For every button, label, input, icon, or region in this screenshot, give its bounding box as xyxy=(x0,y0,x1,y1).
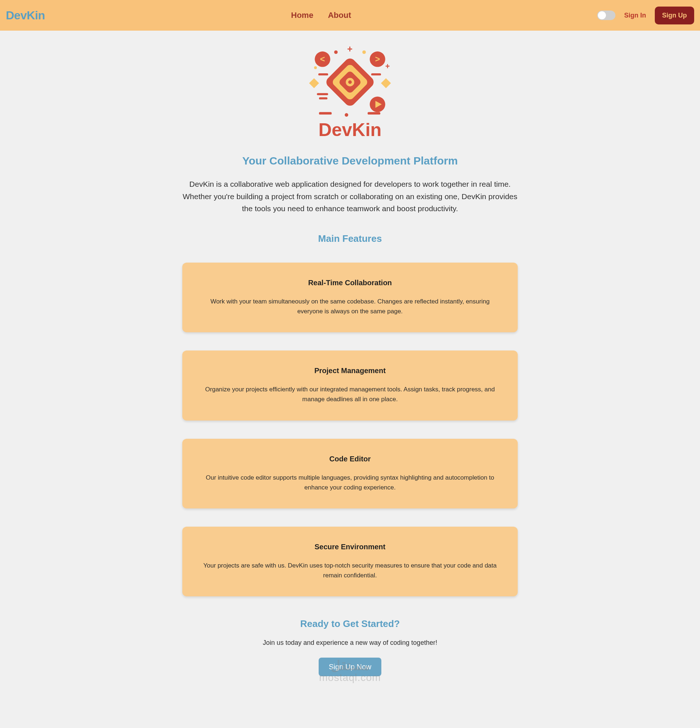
brand-logo-text[interactable]: DevKin xyxy=(6,9,45,22)
feature-desc: Organize your projects efficiently with … xyxy=(201,384,499,404)
devkin-logo-icon: < > + + DevKin xyxy=(297,42,403,147)
signup-now-button[interactable]: Sign Up Now xyxy=(319,657,382,676)
hero-intro: DevKin is a collaborative web applicatio… xyxy=(175,178,525,215)
feature-desc: Work with your team simultaneously on th… xyxy=(201,296,499,316)
svg-text:>: > xyxy=(375,54,380,64)
feature-desc: Our intuitive code editor supports multi… xyxy=(201,473,499,493)
signin-link[interactable]: Sign In xyxy=(624,12,646,19)
feature-card: Project Management Organize your project… xyxy=(182,351,518,420)
theme-toggle[interactable] xyxy=(597,10,615,20)
svg-rect-19 xyxy=(319,112,332,114)
feature-title: Real-Time Collaboration xyxy=(197,279,503,287)
navbar: DevKin Home About Sign In Sign Up xyxy=(0,0,700,30)
nav-right: Sign In Sign Up xyxy=(597,7,694,25)
svg-rect-15 xyxy=(318,73,328,75)
signup-button[interactable]: Sign Up xyxy=(655,7,694,25)
svg-rect-16 xyxy=(317,93,328,95)
cta-title: Ready to Get Started? xyxy=(175,618,525,630)
svg-rect-18 xyxy=(371,73,381,75)
nav-link-home[interactable]: Home xyxy=(291,10,313,20)
cta-section: Ready to Get Started? Join us today and … xyxy=(175,618,525,683)
logo-wordmark: DevKin xyxy=(318,120,381,140)
nav-center: Home About xyxy=(45,10,597,20)
svg-text:+: + xyxy=(347,44,352,54)
svg-rect-20 xyxy=(368,112,380,114)
svg-point-23 xyxy=(314,66,317,69)
feature-card: Secure Environment Your projects are saf… xyxy=(182,527,518,597)
main-container: < > + + DevKin xyxy=(175,30,525,705)
svg-rect-12 xyxy=(381,78,391,88)
hero-logo: < > + + DevKin xyxy=(297,42,403,147)
cta-text: Join us today and experience a new way o… xyxy=(175,639,525,647)
feature-title: Secure Environment xyxy=(197,543,503,551)
feature-desc: Your projects are safe with us. DevKin u… xyxy=(201,560,499,580)
features-title: Main Features xyxy=(175,233,525,244)
nav-link-about[interactable]: About xyxy=(328,10,351,20)
svg-rect-17 xyxy=(319,97,328,100)
svg-text:+: + xyxy=(385,62,390,71)
hero-subtitle: Your Collaborative Development Platform xyxy=(175,155,525,167)
feature-card: Code Editor Our intuitive code editor su… xyxy=(182,439,518,508)
svg-point-24 xyxy=(345,113,349,117)
feature-title: Code Editor xyxy=(197,455,503,463)
feature-card: Real-Time Collaboration Work with your t… xyxy=(182,263,518,332)
svg-text:<: < xyxy=(320,54,325,64)
svg-point-22 xyxy=(362,51,366,54)
feature-title: Project Management xyxy=(197,367,503,375)
svg-point-21 xyxy=(334,51,338,54)
svg-rect-11 xyxy=(309,78,319,88)
